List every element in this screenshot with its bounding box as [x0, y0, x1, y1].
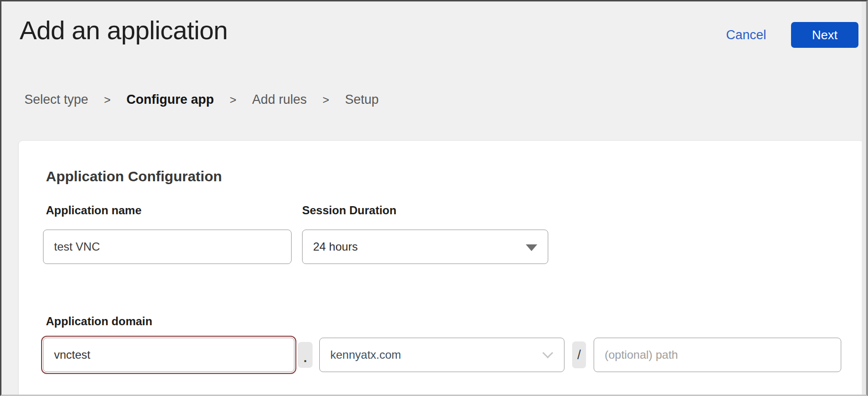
path-input[interactable]: [594, 338, 841, 372]
page-title: Add an application: [20, 16, 228, 44]
dot-separator: .: [298, 342, 313, 368]
chevron-down-icon: [542, 348, 553, 359]
add-application-page: Add an application Cancel Next Select ty…: [0, 0, 868, 396]
application-domain-row: . kennyatx.com /: [43, 338, 841, 372]
subdomain-input[interactable]: [43, 338, 294, 372]
domain-select[interactable]: kennyatx.com: [319, 338, 564, 372]
session-duration-label: Session Duration: [302, 204, 396, 217]
breadcrumb-separator-icon: >: [323, 93, 329, 107]
application-configuration-card: Application Configuration Application na…: [18, 140, 864, 396]
section-title: Application Configuration: [46, 168, 222, 185]
next-button[interactable]: Next: [791, 22, 858, 48]
breadcrumb-step-add-rules[interactable]: Add rules: [252, 92, 307, 107]
vertical-scrollbar[interactable]: [862, 1, 866, 395]
breadcrumb-step-select-type[interactable]: Select type: [24, 92, 88, 107]
breadcrumb: Select type > Configure app > Add rules …: [24, 92, 379, 107]
header-actions: Cancel Next: [726, 22, 858, 48]
application-name-input[interactable]: [43, 230, 292, 264]
application-name-label: Application name: [46, 204, 141, 217]
breadcrumb-step-setup[interactable]: Setup: [345, 92, 379, 107]
breadcrumb-separator-icon: >: [230, 93, 237, 107]
session-duration-select[interactable]: 24 hours: [302, 230, 548, 264]
cancel-button[interactable]: Cancel: [726, 28, 766, 43]
application-domain-label: Application domain: [46, 315, 152, 328]
breadcrumb-separator-icon: >: [104, 93, 111, 107]
session-duration-selected-value: 24 hours: [313, 240, 358, 253]
breadcrumb-step-configure-app[interactable]: Configure app: [127, 92, 214, 107]
domain-selected-value: kennyatx.com: [330, 348, 401, 362]
dropdown-caret-icon: [526, 244, 537, 251]
slash-separator: /: [572, 341, 586, 368]
